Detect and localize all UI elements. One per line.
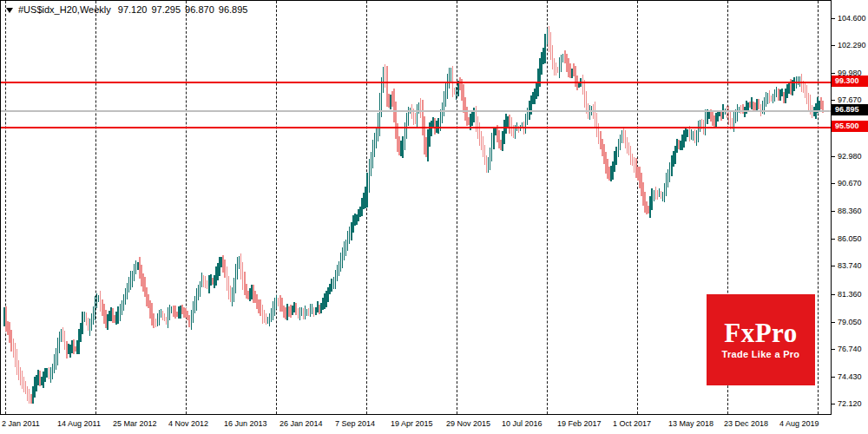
current-price-tag: 96.895 bbox=[832, 104, 868, 115]
price-tick-label: 86.050 bbox=[838, 235, 862, 243]
price-tick bbox=[832, 100, 835, 101]
symbol-ticker: #US$idx_H20,Weekly 97.120 97.295 96.870 … bbox=[6, 4, 252, 15]
price-tick-label: 90.670 bbox=[838, 180, 862, 187]
date-tick-label: 19 Apr 2015 bbox=[391, 419, 433, 428]
price-tick bbox=[832, 211, 835, 212]
close-value: 96.895 bbox=[219, 4, 248, 15]
support-price-tag: 95.500 bbox=[832, 121, 868, 132]
price-tick bbox=[832, 18, 835, 19]
date-tick-label: 19 Feb 2017 bbox=[557, 419, 602, 428]
current-price-line bbox=[1, 110, 831, 112]
date-tick-label: 2 Jan 2011 bbox=[2, 419, 40, 428]
dropdown-triangle-icon[interactable] bbox=[6, 8, 13, 13]
fxpro-logo-text: FxPro bbox=[724, 320, 798, 346]
date-tick-label: 25 Mar 2012 bbox=[113, 419, 157, 428]
price-tick-label: 83.740 bbox=[838, 262, 862, 270]
open-value: 97.120 bbox=[118, 4, 148, 15]
price-tick bbox=[832, 349, 835, 350]
price-tick-label: 76.740 bbox=[838, 345, 862, 353]
up-week-bars bbox=[4, 29, 819, 404]
date-tick-label: 13 May 2018 bbox=[668, 419, 713, 428]
price-tick-label: 74.430 bbox=[838, 373, 862, 381]
price-tick-label: 102.290 bbox=[838, 42, 866, 49]
price-tick bbox=[832, 45, 835, 46]
date-tick-label: 7 Sep 2014 bbox=[335, 419, 375, 428]
support-line[interactable] bbox=[1, 127, 831, 128]
low-value: 96.870 bbox=[185, 4, 214, 15]
date-tick-label: 14 Aug 2011 bbox=[57, 419, 101, 428]
price-tick bbox=[832, 183, 835, 184]
date-tick-label: 16 Jun 2013 bbox=[224, 419, 267, 428]
price-tick-label: 104.600 bbox=[838, 15, 866, 23]
price-tick-label: 81.360 bbox=[838, 291, 862, 299]
date-tick-label: 4 Aug 2019 bbox=[779, 419, 819, 428]
price-tick-label: 72.120 bbox=[838, 400, 862, 408]
price-tick bbox=[832, 266, 835, 266]
price-tick bbox=[832, 73, 835, 74]
price-axis[interactable]: 99.300 96.895 95.500 104.600102.29099.98… bbox=[832, 0, 868, 415]
price-tick-label: 88.360 bbox=[838, 207, 862, 215]
time-axis[interactable]: 2 Jan 201114 Aug 201125 Mar 20124 Nov 20… bbox=[0, 416, 832, 434]
date-tick-label: 29 Nov 2015 bbox=[446, 419, 490, 428]
fxpro-logo: FxPro Trade Like a Pro bbox=[707, 294, 815, 385]
symbol-name: #US$idx_H20,Weekly bbox=[18, 4, 111, 15]
price-tick-label: 79.050 bbox=[838, 319, 862, 326]
date-tick-label: 23 Dec 2018 bbox=[724, 419, 768, 428]
price-tick bbox=[832, 239, 835, 240]
price-tick bbox=[832, 322, 835, 323]
high-value: 97.295 bbox=[151, 4, 181, 15]
date-tick-label: 26 Jan 2014 bbox=[279, 419, 323, 428]
resistance-price-tag: 99.300 bbox=[832, 76, 868, 87]
date-tick-label: 1 Oct 2017 bbox=[613, 419, 651, 428]
fxpro-tagline: Trade Like a Pro bbox=[722, 349, 800, 359]
price-tick bbox=[832, 404, 835, 404]
chart-window: #US$idx_H20,Weekly 97.120 97.295 96.870 … bbox=[0, 0, 868, 434]
date-tick-label: 10 Jul 2016 bbox=[502, 419, 542, 428]
price-tick bbox=[832, 377, 835, 378]
price-tick-label: 92.980 bbox=[838, 153, 862, 161]
plot-area[interactable]: #US$idx_H20,Weekly 97.120 97.295 96.870 … bbox=[0, 0, 832, 415]
price-tick bbox=[832, 294, 835, 295]
date-tick-label: 4 Nov 2012 bbox=[168, 419, 208, 428]
price-tick bbox=[832, 156, 835, 157]
resistance-line[interactable] bbox=[1, 82, 831, 83]
